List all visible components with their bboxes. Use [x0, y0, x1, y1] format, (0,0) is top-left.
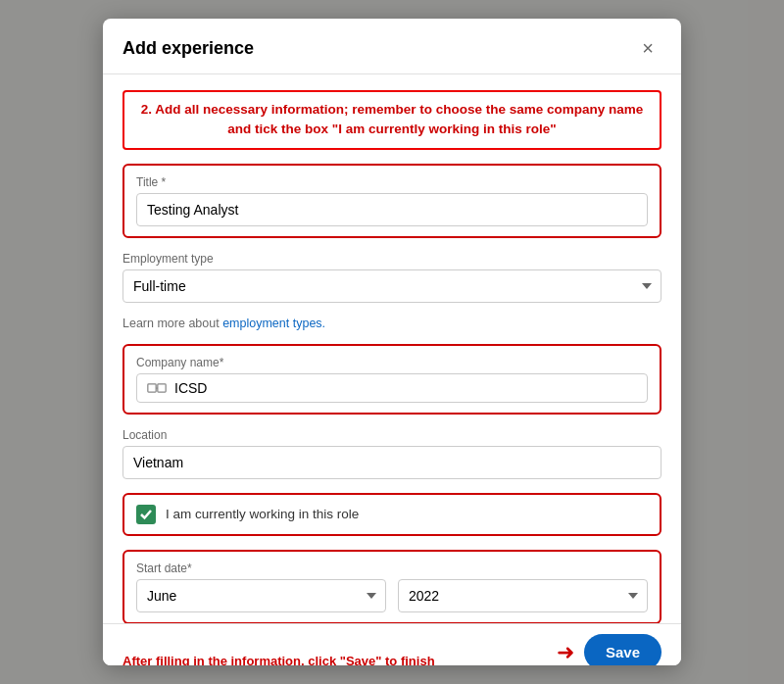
start-month-wrapper: January February March April May June Ju…: [136, 579, 386, 612]
close-button[interactable]: ×: [634, 34, 662, 62]
employment-type-group: Employment type Full-time Part-time Self…: [122, 252, 662, 303]
arrow-save-group: ➜ Save: [557, 634, 662, 665]
add-experience-modal: Add experience × 2. Add all necessary in…: [103, 19, 681, 665]
employment-link-row: Learn more about employment types.: [122, 317, 662, 330]
svg-rect-1: [158, 383, 166, 391]
company-name-field-group: Company name*: [122, 344, 662, 415]
employment-types-link[interactable]: employment types.: [222, 317, 325, 330]
svg-rect-0: [148, 383, 156, 391]
start-date-label: Start date*: [136, 562, 648, 575]
start-month-select[interactable]: January February March April May June Ju…: [136, 579, 386, 612]
modal-title: Add experience: [122, 38, 254, 59]
title-input[interactable]: [136, 193, 648, 226]
title-field-group: Title *: [122, 164, 662, 238]
location-field-group: Location: [122, 428, 662, 479]
company-icon: [147, 381, 167, 395]
callout-text: 2. Add all necessary information; rememb…: [141, 102, 644, 136]
location-label: Location: [122, 428, 662, 442]
location-input[interactable]: [122, 446, 662, 479]
start-date-row: January February March April May June Ju…: [136, 579, 648, 612]
start-year-wrapper: 2024 2023 2022 2021 2020 2019 2018 2017 …: [398, 579, 648, 612]
modal-body: 2. Add all necessary information; rememb…: [103, 74, 681, 623]
modal-overlay: Add experience × 2. Add all necessary in…: [0, 0, 784, 684]
employment-type-label: Employment type: [122, 252, 662, 266]
company-name-input[interactable]: [174, 380, 637, 396]
start-date-field-group: Start date* January February March April…: [122, 550, 662, 624]
bottom-bar: After filling in the information, click …: [103, 623, 681, 665]
modal-header: Add experience ×: [103, 19, 681, 74]
arrow-icon: ➜: [557, 640, 574, 665]
title-label: Title *: [136, 175, 648, 189]
currently-working-checkbox[interactable]: [136, 505, 156, 524]
currently-working-label: I am currently working in this role: [166, 507, 359, 521]
save-button[interactable]: Save: [584, 634, 662, 665]
employment-type-select-wrapper: Full-time Part-time Self-employed Freela…: [122, 269, 662, 303]
callout-box: 2. Add all necessary information; rememb…: [122, 90, 662, 150]
company-input-wrapper: [136, 373, 648, 403]
bottom-note: After filling in the information, click …: [122, 653, 435, 665]
company-name-label: Company name*: [136, 356, 648, 369]
employment-type-select[interactable]: Full-time Part-time Self-employed Freela…: [122, 269, 662, 303]
start-year-select[interactable]: 2024 2023 2022 2021 2020 2019 2018 2017 …: [398, 579, 648, 612]
currently-working-row: I am currently working in this role: [122, 493, 662, 536]
